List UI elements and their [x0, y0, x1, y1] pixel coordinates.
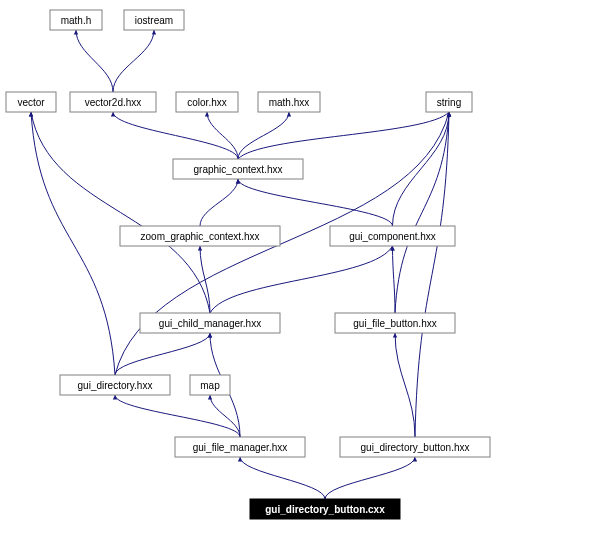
- edge-gui_component-graphic_context: [238, 179, 393, 226]
- node-math_h[interactable]: math.h: [50, 10, 102, 30]
- node-box[interactable]: [176, 92, 238, 112]
- node-box[interactable]: [120, 226, 280, 246]
- edge-root-gui_file_manager: [240, 457, 325, 499]
- node-box[interactable]: [50, 10, 102, 30]
- node-gui_component[interactable]: gui_component.hxx: [330, 226, 455, 246]
- arrowhead-icon: [198, 246, 202, 251]
- arrowhead-icon: [236, 179, 240, 184]
- edge-gui_directory-vector: [31, 112, 115, 375]
- node-gui_child_manager[interactable]: gui_child_manager.hxx: [140, 313, 280, 333]
- edge-graphic_context-vector2d: [113, 112, 238, 159]
- edge-gui_file_button-gui_component: [393, 246, 396, 313]
- edge-zoom_gc-graphic_context: [200, 179, 238, 226]
- arrowhead-icon: [287, 112, 291, 117]
- arrowhead-icon: [238, 457, 242, 462]
- node-box[interactable]: [175, 437, 305, 457]
- node-box[interactable]: [124, 10, 184, 30]
- node-box[interactable]: [190, 375, 230, 395]
- node-gui_dir_button_h[interactable]: gui_directory_button.hxx: [340, 437, 490, 457]
- node-box[interactable]: [60, 375, 170, 395]
- edge-gui_child_manager-zoom_gc: [200, 246, 210, 313]
- edge-gui_directory-gui_child_manager: [115, 333, 210, 375]
- dependency-graph: gui_directory_button.cxxgui_file_manager…: [0, 0, 593, 540]
- arrowhead-icon: [205, 112, 209, 117]
- arrowhead-icon: [74, 30, 78, 35]
- edge-graphic_context-color: [207, 112, 238, 159]
- node-math_hxx[interactable]: math.hxx: [258, 92, 320, 112]
- edge-graphic_context-math_hxx: [238, 112, 289, 159]
- node-gui_file_manager[interactable]: gui_file_manager.hxx: [175, 437, 305, 457]
- arrowhead-icon: [208, 333, 212, 338]
- node-box[interactable]: [250, 499, 400, 519]
- edge-graphic_context-string: [238, 112, 449, 159]
- node-box[interactable]: [173, 159, 303, 179]
- edge-vector2d-math_h: [76, 30, 113, 92]
- arrowhead-icon: [113, 395, 117, 400]
- node-box[interactable]: [426, 92, 472, 112]
- node-vector[interactable]: vector: [6, 92, 56, 112]
- node-iostream[interactable]: iostream: [124, 10, 184, 30]
- edge-gui_component-string: [393, 112, 450, 226]
- edge-vector2d-iostream: [113, 30, 154, 92]
- node-map[interactable]: map: [190, 375, 230, 395]
- node-gui_directory[interactable]: gui_directory.hxx: [60, 375, 170, 395]
- node-graphic_context[interactable]: graphic_context.hxx: [173, 159, 303, 179]
- arrowhead-icon: [29, 112, 33, 117]
- edge-root-gui_dir_button_h: [325, 457, 415, 499]
- arrowhead-icon: [111, 112, 115, 117]
- edge-gui_dir_button_h-gui_file_button: [395, 333, 415, 437]
- node-zoom_gc[interactable]: zoom_graphic_context.hxx: [120, 226, 280, 246]
- arrowhead-icon: [393, 333, 397, 338]
- node-box[interactable]: [70, 92, 156, 112]
- edge-gui_child_manager-vector: [31, 112, 210, 313]
- node-color[interactable]: color.hxx: [176, 92, 238, 112]
- node-box[interactable]: [340, 437, 490, 457]
- arrowhead-icon: [447, 112, 451, 117]
- arrowhead-icon: [208, 395, 212, 400]
- node-box[interactable]: [140, 313, 280, 333]
- edge-gui_file_manager-gui_directory: [115, 395, 240, 437]
- edge-gui_dir_button_h-string: [415, 112, 449, 437]
- node-box[interactable]: [6, 92, 56, 112]
- arrowhead-icon: [413, 457, 417, 462]
- node-gui_file_button[interactable]: gui_file_button.hxx: [335, 313, 455, 333]
- edge-gui_child_manager-gui_component: [210, 246, 393, 313]
- node-box[interactable]: [335, 313, 455, 333]
- node-root[interactable]: gui_directory_button.cxx: [250, 499, 400, 519]
- arrowhead-icon: [152, 30, 156, 35]
- node-box[interactable]: [258, 92, 320, 112]
- node-vector2d[interactable]: vector2d.hxx: [70, 92, 156, 112]
- node-box[interactable]: [330, 226, 455, 246]
- node-string[interactable]: string: [426, 92, 472, 112]
- edge-gui_file_manager-map: [210, 395, 240, 437]
